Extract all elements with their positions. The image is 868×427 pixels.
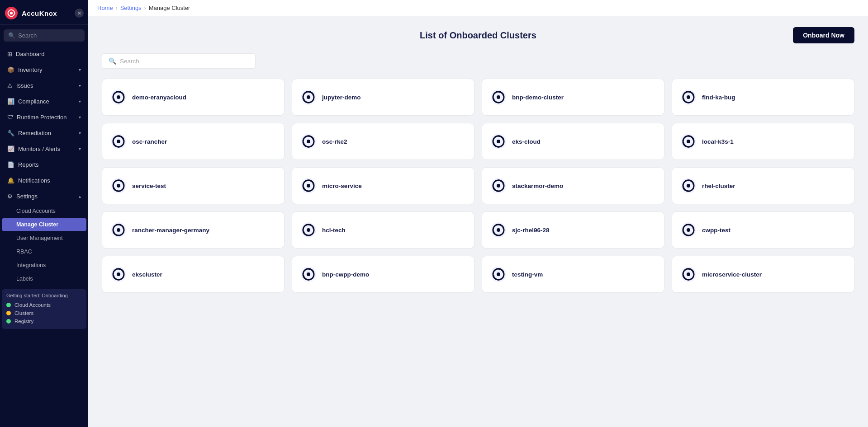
cluster-card-micro-service[interactable]: micro-service: [292, 167, 474, 204]
chevron-down-icon: ▾: [79, 67, 81, 72]
cluster-card-eks-cloud[interactable]: eks-cloud: [482, 123, 664, 160]
step-dot-registry: [6, 319, 11, 324]
cluster-card-bnp-demo-cluster[interactable]: bnp-demo-cluster: [482, 79, 664, 116]
svg-point-33: [687, 228, 690, 232]
breadcrumb-sep-2: ›: [144, 5, 146, 11]
cluster-grid: demo-eranyacloud jupyter-demo bnp-demo-c…: [102, 79, 854, 293]
cluster-name: testing-vm: [512, 271, 543, 278]
cluster-logo: [490, 266, 507, 282]
sidebar-search-box[interactable]: 🔍: [4, 29, 85, 42]
cluster-card-rancher-manager-germany[interactable]: rancher-manager-germany: [102, 211, 285, 249]
cluster-name: find-ka-bug: [702, 94, 735, 101]
cluster-logo: [680, 133, 697, 150]
settings-icon: ⚙: [7, 193, 13, 200]
cluster-card-local-k3s-1[interactable]: local-k3s-1: [672, 123, 854, 160]
svg-point-29: [307, 228, 310, 232]
cluster-card-osc-rancher[interactable]: osc-rancher: [102, 123, 285, 160]
sub-nav-integrations[interactable]: Integrations: [2, 259, 86, 272]
cluster-card-demo-eranyacloud[interactable]: demo-eranyacloud: [102, 79, 285, 116]
sub-nav-rbac[interactable]: RBAC: [2, 245, 86, 258]
alert-circle-icon: ⚠: [7, 82, 13, 89]
cluster-name: service-test: [132, 183, 166, 189]
cluster-card-rhel-cluster[interactable]: rhel-cluster: [672, 167, 854, 204]
nav-settings[interactable]: ⚙ Settings ▴: [2, 189, 86, 204]
sidebar-logo-area: AccuKnox ✕: [0, 0, 88, 25]
cluster-card-service-test[interactable]: service-test: [102, 167, 285, 204]
cluster-card-hcl-tech[interactable]: hcl-tech: [292, 211, 474, 249]
cluster-logo: [110, 178, 127, 194]
cluster-name: micro-service: [322, 183, 362, 189]
cluster-name: stackarmor-demo: [512, 183, 563, 189]
bell-icon: 🔔: [7, 177, 14, 184]
svg-point-31: [497, 228, 500, 232]
cluster-logo: [490, 133, 507, 150]
sidebar-close-button[interactable]: ✕: [75, 9, 84, 18]
nav-remediation[interactable]: 🔧 Remediation ▾: [2, 126, 86, 141]
cluster-name: rhel-cluster: [702, 183, 735, 189]
svg-point-37: [307, 272, 310, 276]
cluster-card-jupyter-demo[interactable]: jupyter-demo: [292, 79, 474, 116]
svg-point-39: [497, 272, 500, 276]
cluster-name: sjc-rhel96-28: [512, 227, 550, 234]
cluster-name: osc-rke2: [322, 138, 347, 145]
cluster-name: bnp-cwpp-demo: [322, 271, 369, 278]
cluster-search-bar[interactable]: 🔍: [102, 53, 256, 69]
svg-point-3: [117, 95, 120, 99]
cluster-name: local-k3s-1: [702, 138, 734, 145]
main-content: Home › Settings › Manage Cluster List of…: [88, 0, 868, 427]
cluster-card-stackarmor-demo[interactable]: stackarmor-demo: [482, 167, 664, 204]
cluster-card-testing-vm[interactable]: testing-vm: [482, 256, 664, 293]
nav-inventory[interactable]: 📦 Inventory ▾: [2, 62, 86, 77]
cluster-name: hcl-tech: [322, 227, 346, 234]
cluster-search-input[interactable]: [120, 58, 249, 65]
svg-point-1: [10, 12, 13, 14]
nav-reports[interactable]: 📄 Reports: [2, 157, 86, 172]
chevron-down-icon: ▾: [79, 115, 81, 120]
svg-point-5: [307, 95, 310, 99]
svg-point-15: [497, 140, 500, 143]
cluster-name: bnp-demo-cluster: [512, 94, 564, 101]
cluster-name: rancher-manager-germany: [132, 227, 209, 234]
nav-monitors-alerts[interactable]: 📈 Monitors / Alerts ▾: [2, 141, 86, 156]
svg-point-25: [687, 184, 690, 188]
breadcrumb-current: Manage Cluster: [149, 5, 190, 11]
cluster-card-osc-rke2[interactable]: osc-rke2: [292, 123, 474, 160]
cluster-card-ekscluster[interactable]: ekscluster: [102, 256, 285, 293]
sub-nav-user-management[interactable]: User Management: [2, 232, 86, 244]
sub-nav-labels[interactable]: Labels: [2, 272, 86, 285]
cluster-card-microservice-cluster[interactable]: microservice-cluster: [672, 256, 854, 293]
nav-dashboard[interactable]: ⊞ Dashboard: [2, 47, 86, 61]
sidebar-search-input[interactable]: [18, 32, 80, 39]
shield-icon: 🛡: [7, 114, 13, 121]
cluster-card-sjc-rhel96-28[interactable]: sjc-rhel96-28: [482, 211, 664, 249]
chevron-down-icon: ▾: [79, 131, 81, 136]
cluster-name: ekscluster: [132, 271, 162, 278]
onboarding-section: Getting started: Onboarding Cloud Accoun…: [2, 289, 86, 329]
onboarding-step-registry: Registry: [6, 317, 82, 325]
sub-nav-cloud-accounts[interactable]: Cloud Accounts: [2, 205, 86, 217]
breadcrumb-home[interactable]: Home: [97, 5, 113, 11]
svg-point-27: [117, 228, 120, 232]
chevron-down-icon: ▾: [79, 146, 81, 151]
nav-notifications[interactable]: 🔔 Notifications: [2, 173, 86, 188]
cluster-card-bnp-cwpp-demo[interactable]: bnp-cwpp-demo: [292, 256, 474, 293]
breadcrumb-settings[interactable]: Settings: [120, 5, 142, 11]
nav-runtime-protection[interactable]: 🛡 Runtime Protection ▾: [2, 110, 86, 125]
brand-name: AccuKnox: [22, 9, 57, 17]
onboarding-title: Getting started: Onboarding: [6, 293, 82, 298]
cluster-logo: [680, 178, 697, 194]
chevron-down-icon: ▾: [79, 83, 81, 88]
svg-point-23: [497, 184, 500, 188]
cluster-logo: [110, 266, 127, 282]
cluster-logo: [490, 178, 507, 194]
sub-nav-manage-cluster[interactable]: Manage Cluster: [2, 218, 86, 231]
svg-point-7: [497, 95, 500, 99]
nav-compliance[interactable]: 📊 Compliance ▾: [2, 94, 86, 109]
cluster-card-cwpp-test[interactable]: cwpp-test: [672, 211, 854, 249]
onboard-now-button[interactable]: Onboard Now: [793, 27, 854, 43]
svg-point-9: [687, 95, 690, 99]
cluster-name: demo-eranyacloud: [132, 94, 186, 101]
chevron-down-icon: ▾: [79, 99, 81, 104]
cluster-card-find-ka-bug[interactable]: find-ka-bug: [672, 79, 854, 116]
nav-issues[interactable]: ⚠ Issues ▾: [2, 78, 86, 93]
